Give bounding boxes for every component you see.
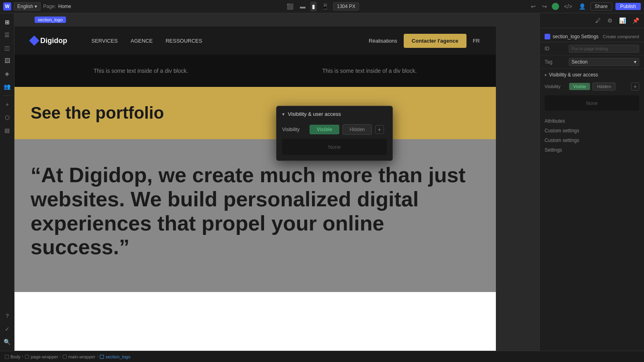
breadcrumb-main-wrapper[interactable]: main-wrapper [63,354,95,359]
user-button[interactable]: 👤 [577,2,587,11]
undo-button[interactable]: ↩ [529,2,537,11]
breadcrumb-section-logo[interactable]: section_logo [100,354,130,359]
portfolio-title: See the portfolio [31,103,164,123]
settings-icon-btn[interactable]: ⚙ [606,16,614,25]
share-button[interactable]: Share [590,2,612,10]
contact-button[interactable]: Contacter l'agence [404,34,466,48]
sidebar-item-logic[interactable]: ◈ [2,68,13,79]
none-text: None [586,101,598,106]
sidebar-item-assets[interactable]: 🖼 [2,55,13,66]
sidebar-item-cms[interactable]: ◫ [2,42,13,53]
nav-link-agence[interactable]: AGENCE [131,38,153,44]
sidebar-item-help[interactable]: ？ [2,311,13,322]
component-header: section_logo Settings Create component [540,31,644,42]
w-logo-icon[interactable]: W [3,2,11,10]
visible-button[interactable]: Visible [569,83,590,90]
tag-value: Section [572,59,588,65]
breadcrumb-bar: Body › page-wrapper › main-wrapper › sec… [0,351,644,362]
sidebar-item-layouts[interactable]: ▤ [2,125,13,136]
style-icon-btn[interactable]: 🖊 [594,16,603,25]
quote-text: “At Digidop, we create much more than ju… [31,163,480,259]
breadcrumb-sep-3: › [97,354,98,359]
nav-link-ressources[interactable]: RESSOURCES [165,38,202,44]
create-component-btn[interactable]: Create component [603,34,640,39]
sidebar-item-check[interactable]: ✓ [2,323,13,335]
popup-header: ▾ Visibility & user access [277,106,392,121]
nav-link-services[interactable]: SERVICES [91,38,118,44]
website-preview: Digidop SERVICES AGENCE RESSOURCES Réali… [14,27,496,351]
canvas-area: section_logo Digidop SERVICES AGENCE RES… [14,13,539,351]
sidebar-item-pages[interactable]: ☰ [2,29,13,41]
popup-visibility-row: Visibility Visible Hidden + [282,124,387,135]
visibility-add-button[interactable]: + [631,82,639,90]
tablet-portrait-btn[interactable]: ▮ [310,2,317,11]
id-row: ID For in-page linking [540,42,644,56]
code-button[interactable]: </> [562,2,574,11]
right-panel-icons: 🖊 ⚙ 📊 📌 [540,13,644,28]
mobile-device-btn[interactable]: 📱 [320,2,330,11]
selected-element-label: section_logo [35,16,66,23]
none-area: None [540,94,644,115]
status-dot [552,3,559,10]
site-navigation: Digidop SERVICES AGENCE RESSOURCES Réali… [14,27,496,55]
popup-hidden-button[interactable]: Hidden [343,124,372,135]
desktop-device-btn[interactable]: ⬛ [285,2,295,11]
sidebar-item-add[interactable]: ＋ [2,99,13,110]
breadcrumb-page-wrapper[interactable]: page-wrapper [25,354,58,359]
tag-label: Tag [545,59,569,65]
panel-nav-attributes[interactable]: Attributes [540,116,644,126]
chevron-down-icon: ▾ [35,4,37,9]
quote-section: “At Digidop, we create much more than ju… [14,139,496,292]
tag-chevron-icon: ▾ [634,59,636,65]
breadcrumb-body[interactable]: Body [5,354,21,359]
hidden-button[interactable]: Hidden [592,82,615,90]
sidebar-divider [3,95,11,96]
popup-visible-button[interactable]: Visible [310,125,339,134]
pin-icon-btn[interactable]: 📌 [631,16,641,25]
id-input[interactable]: For in-page linking [569,45,639,53]
panel-nav-settings[interactable]: Settings [540,145,644,155]
div-blocks-row: This is some text inside of a div block.… [14,55,496,87]
portfolio-section[interactable]: See the portfolio [14,87,496,139]
language-button[interactable]: English ▾ [14,2,41,10]
nav-link-realizations[interactable]: Réalisations [369,38,397,44]
popup-add-button[interactable]: + [375,125,384,134]
visibility-row: Visibility Visible Hidden + [540,81,644,94]
div-block-1: This is some text inside of a div block. [31,68,251,74]
sidebar-item-navigator[interactable]: ⊞ [2,16,13,28]
site-logo: Digidop [31,37,67,45]
tag-select[interactable]: Section ▾ [569,58,639,66]
component-icon [545,34,550,39]
breadcrumb-sep-2: › [60,354,61,359]
redo-button[interactable]: ↪ [541,2,549,11]
nav-right: Réalisations Contacter l'agence FR [369,34,480,48]
visibility-popup: ▾ Visibility & user access Visibility Vi… [276,106,393,161]
page-name: Home [58,4,71,9]
panel-nav-custom-settings-2[interactable]: Custom settings [540,136,644,145]
tag-row: Tag Section ▾ [540,56,644,69]
breadcrumb-sep-1: › [22,354,23,359]
popup-title: Visibility & user access [288,111,341,117]
breadcrumb-section-logo-icon [100,355,104,359]
analytics-icon-btn[interactable]: 📊 [617,16,627,25]
div-block-text-1: This is some text inside of a div block. [94,68,188,74]
sidebar-item-components[interactable]: ⬡ [2,112,13,123]
language-label: English [17,4,33,9]
logo-text: Digidop [40,37,67,45]
nav-links: SERVICES AGENCE RESSOURCES [91,38,202,44]
top-bar-left: W English ▾ Page: Home [3,2,526,10]
left-sidebar: ⊞ ☰ ◫ 🖼 ◈ 👥 ＋ ⬡ ▤ ？ ✓ 🔍 [0,13,14,351]
tablet-landscape-btn[interactable]: ▬ [298,2,307,11]
sidebar-item-users[interactable]: 👥 [2,81,13,92]
visibility-section-header[interactable]: ▾ Visibility & user access [540,69,644,81]
panel-nav-custom-settings-1[interactable]: Custom settings [540,126,644,136]
breadcrumb-main-wrapper-label: main-wrapper [68,354,95,359]
id-label: ID [545,46,569,51]
popup-none-area: None [282,139,387,155]
top-bar: W English ▾ Page: Home ⬛ ▬ ▮ 📱 1304 PX ↩… [0,0,644,13]
sidebar-item-search[interactable]: 🔍 [2,336,13,348]
publish-button[interactable]: Publish [615,3,641,10]
breadcrumb-body-label: Body [10,354,21,359]
logo-icon [29,35,39,45]
popup-none-text: None [328,144,341,150]
